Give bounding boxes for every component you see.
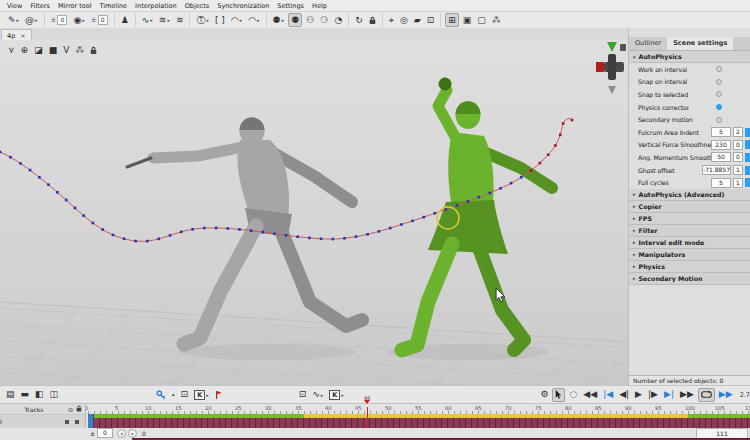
field-ang-momentum-smoothness[interactable]: 50	[711, 152, 731, 162]
trajectory-point[interactable]	[101, 228, 104, 231]
interval-next-button[interactable]: ▸	[128, 429, 137, 438]
trajectory-point[interactable]	[92, 222, 95, 225]
trajectory-point[interactable]	[478, 196, 481, 199]
tracks-lock-icon[interactable]	[76, 405, 82, 413]
dolly-camera-tool[interactable]: ⚙	[538, 388, 550, 401]
trajectory-point[interactable]	[261, 231, 264, 234]
trajectory-point[interactable]	[456, 204, 459, 207]
tab-outliner[interactable]: Outliner	[629, 37, 667, 50]
dopesheet-toggle[interactable]: ▬	[19, 388, 32, 401]
record-target-tool[interactable]: ◎	[398, 14, 410, 27]
trajectory-point[interactable]	[191, 228, 194, 231]
flag-marker[interactable]	[213, 388, 225, 401]
trajectory-point[interactable]	[82, 214, 85, 217]
section-secondary-motion[interactable]: ▸Secondary Motion	[629, 273, 750, 285]
trajectory-point[interactable]	[308, 237, 311, 240]
section-interval-edit-mode[interactable]: ▸Interval edit mode	[629, 237, 750, 249]
trajectory-point[interactable]	[366, 233, 369, 236]
trajectory-point[interactable]	[134, 240, 137, 243]
radio-secondary-motion[interactable]	[716, 117, 722, 123]
menu-item-mirror-tool[interactable]: Mirror tool	[54, 2, 96, 10]
field2-vertical-force-smoothness[interactable]: 0	[733, 140, 743, 150]
trajectory-point[interactable]	[203, 227, 206, 230]
arc-tool-a[interactable]: ◠▸	[229, 14, 244, 27]
trajectory-point[interactable]	[158, 238, 161, 241]
trajectory-point[interactable]	[285, 234, 288, 237]
arc-tool-b[interactable]: ◠▸	[246, 14, 261, 27]
tracks-visibility-icon[interactable]: ⊙	[68, 406, 73, 413]
trajectory-point[interactable]	[320, 238, 323, 241]
radio-physics-corrector[interactable]	[716, 104, 722, 110]
ghost-frame-tool[interactable]: ⊡	[179, 388, 191, 401]
ghost-current-tool[interactable]: ⚉	[288, 13, 302, 27]
trajectory-point[interactable]	[433, 212, 436, 215]
radio-snap-on-interval[interactable]	[716, 79, 722, 85]
interval-spin-a[interactable]: ±0	[49, 14, 70, 27]
trajectory-point[interactable]	[273, 232, 276, 235]
trajectory-point[interactable]	[562, 122, 565, 125]
pen-tool[interactable]: ✎▸	[6, 14, 21, 27]
video-camera-tool[interactable]: ▰	[412, 14, 423, 27]
curves-tool-b[interactable]: ≋	[174, 14, 186, 27]
trajectory-point[interactable]	[238, 228, 241, 231]
trajectory-point[interactable]	[510, 182, 513, 185]
trajectory-point[interactable]	[389, 227, 392, 230]
cursor-tool[interactable]	[552, 388, 565, 402]
trajectory-point[interactable]	[0, 151, 1, 154]
field-vertical-force-smoothness[interactable]: 230	[711, 140, 731, 150]
trajectory-point[interactable]	[56, 191, 59, 194]
slider-vertical-force-smoothness[interactable]	[745, 140, 750, 149]
trajectory-point[interactable]	[74, 207, 77, 210]
layer-add-tool[interactable]: ▣	[461, 14, 474, 27]
timer-tool[interactable]: ◔	[332, 14, 344, 27]
ghost-frame-tool-b[interactable]: ⊡	[297, 388, 309, 401]
menu-item-filters[interactable]: Filters	[26, 2, 53, 10]
trajectory-point[interactable]	[146, 240, 149, 243]
fast-forward-button[interactable]: ▶▶	[678, 388, 696, 401]
layer-copy-tool[interactable]: ▢	[475, 14, 488, 27]
curves-tool-a[interactable]: ≋▸	[157, 14, 172, 27]
trajectory-point[interactable]	[180, 231, 183, 234]
field-fulcrum-area-indent[interactable]: 5	[711, 127, 731, 137]
menu-item-synchronization[interactable]: Synchronization	[213, 2, 273, 10]
cursor-select-tool[interactable]: ◪	[32, 44, 45, 57]
grid-view-tool[interactable]: ⊞	[445, 13, 459, 27]
trajectory-point[interactable]	[530, 169, 533, 172]
radio-work-on-interval[interactable]	[716, 66, 722, 72]
menu-item-interpolation[interactable]: Interpolation	[131, 2, 181, 10]
trajectory-point[interactable]	[488, 192, 491, 195]
menu-item-timeline[interactable]: Timeline	[95, 2, 131, 10]
trajectory-point[interactable]	[123, 237, 126, 240]
interval-spin-b[interactable]: ±0	[89, 14, 110, 27]
trajectory-point[interactable]	[215, 227, 218, 230]
trajectory-point[interactable]	[250, 229, 253, 232]
ghost-back-tool[interactable]: ⚉▸	[271, 14, 287, 27]
lock-tool[interactable]	[367, 14, 378, 27]
interval-prev-button[interactable]: ◂	[117, 429, 126, 438]
character-tool[interactable]: ♟	[119, 14, 131, 27]
physics-update-tool[interactable]: ↻	[353, 14, 365, 27]
slider-ghost-offset[interactable]	[745, 166, 750, 175]
section-autophysics-advanced[interactable]: ▸AutoPhysics (Advanced)	[629, 189, 750, 201]
slider-fulcrum-area-indent[interactable]	[745, 128, 750, 137]
trajectory-point[interactable]	[559, 134, 562, 137]
interval-plusminus[interactable]: ±	[90, 430, 95, 437]
trajectory-point[interactable]	[547, 153, 550, 156]
prev-frame-button[interactable]: ◀|	[617, 388, 631, 401]
section-physics[interactable]: ▸Physics	[629, 261, 750, 273]
wave-tool[interactable]: ∿▸	[140, 14, 155, 27]
field2-ang-momentum-smoothness[interactable]: 0	[733, 152, 743, 162]
trajectory-point[interactable]	[378, 230, 381, 233]
menu-item-settings[interactable]: Settings	[273, 2, 308, 10]
next-frame-button[interactable]: |▶	[646, 388, 660, 401]
section-manipulators[interactable]: ▸Manipulators	[629, 249, 750, 261]
vertex-tool[interactable]: ⋎	[6, 44, 17, 57]
menu-item-view[interactable]: View	[3, 2, 26, 10]
radio-snap-to-selected[interactable]	[716, 91, 722, 97]
key-options[interactable]: ▴	[170, 388, 177, 401]
viewport-3d[interactable]	[0, 40, 628, 385]
trajectory-point[interactable]	[169, 234, 172, 237]
trajectory-point[interactable]	[539, 162, 542, 165]
rig-tool[interactable]: ⁂	[73, 44, 86, 57]
trajectory-point[interactable]	[226, 227, 229, 230]
